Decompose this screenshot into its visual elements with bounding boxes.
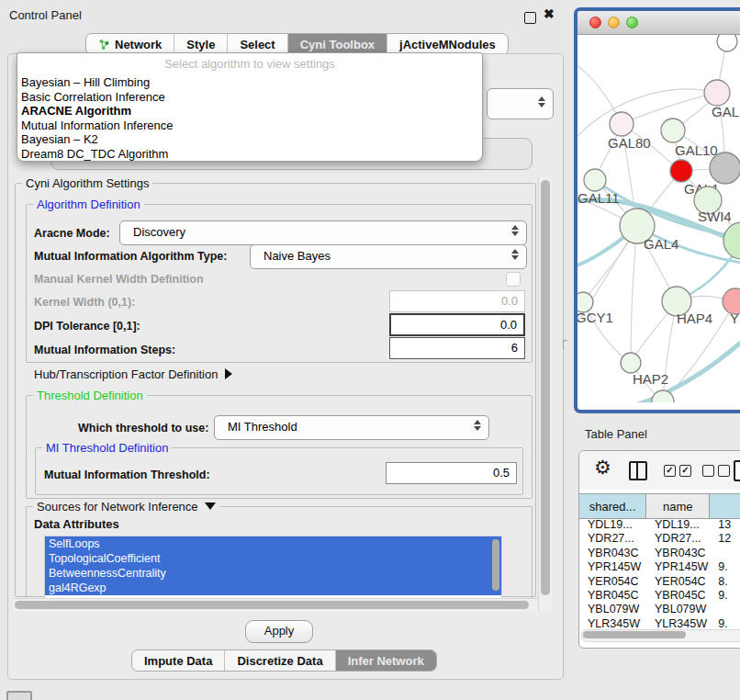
network-node-hap2[interactable] — [621, 353, 641, 373]
network-canvas[interactable]: GALGAL80GAL10GAL1GAL11SWI4GAL4GCY1HAP4YH… — [577, 35, 740, 402]
tab-network[interactable]: Network — [86, 34, 174, 54]
tab-discretize-data[interactable]: Discretize Data — [225, 650, 335, 671]
sources-title: Sources for Network Inference — [37, 500, 198, 514]
attribute-gal4rgexp[interactable]: gal4RGexp — [45, 581, 501, 595]
network-node-gal11[interactable] — [584, 169, 606, 191]
table-row[interactable]: YER054CYER054C8. — [579, 575, 740, 589]
kernel-width-field[interactable]: 0.0 — [389, 290, 525, 312]
settings-horizontal-scrollbar-thumb[interactable] — [15, 601, 529, 609]
tab-label: Impute Data — [144, 654, 212, 668]
aracne-mode-value: Discovery — [133, 225, 185, 239]
network-node-gal1[interactable] — [670, 160, 692, 182]
mi-threshold-field[interactable]: 0.5 — [386, 462, 517, 484]
table-row[interactable]: YDR27...YDR27...12 — [579, 532, 740, 546]
sources-title-row[interactable]: Sources for Network Inference — [33, 500, 219, 514]
table-cell: YER054C — [579, 575, 646, 589]
manual-kernel-width-checkbox[interactable] — [506, 272, 521, 287]
table-row[interactable]: YPR145WYPR145W9. — [579, 560, 740, 574]
network-node-gal10[interactable] — [661, 119, 685, 142]
attribute-topologicalcoefficient[interactable]: TopologicalCoefficient — [45, 551, 501, 566]
mac-close-icon[interactable] — [589, 17, 601, 28]
floating-panel-icon[interactable] — [6, 691, 32, 700]
close-panel-icon[interactable]: ✖ — [544, 6, 555, 21]
file-icon[interactable] — [734, 460, 740, 481]
panel-splitter-handle[interactable] — [563, 340, 567, 349]
bottom-tabbar: Impute DataDiscretize DataInfer Network — [131, 649, 437, 672]
node-label-y: Y — [730, 310, 739, 326]
attribute-betweennesscentrality[interactable]: BetweennessCentrality — [45, 566, 501, 581]
mi-algorithm-type-combo[interactable]: Naive Bayes — [250, 244, 527, 269]
network-node[interactable] — [710, 152, 740, 184]
attributes-scrollbar[interactable] — [491, 539, 500, 594]
mac-minimize-icon[interactable] — [608, 17, 620, 28]
network-window-titlebar[interactable] — [577, 11, 740, 35]
tab-style[interactable]: Style — [174, 34, 228, 54]
node-label-swi4: SWI4 — [698, 209, 732, 224]
apply-button[interactable]: Apply — [245, 620, 313, 643]
network-node[interactable] — [723, 222, 740, 259]
dpi-tolerance-field[interactable]: 0.0 — [389, 313, 525, 336]
table-body: YDL19...YDL19...13YDR27...YDR27...12YBR0… — [579, 518, 740, 627]
hub-definition-expander[interactable]: Hub/Transcription Factor Definition — [34, 367, 232, 381]
table-cell: 8. — [710, 575, 740, 589]
mi-algorithm-type-value: Naive Bayes — [263, 249, 331, 263]
select-all-checkbox-icon[interactable]: ✓ — [679, 465, 691, 477]
algorithm-option-aracne-algorithm[interactable]: ARACNE Algorithm — [20, 104, 479, 119]
tab-cyni-toolbox[interactable]: Cyni Toolbox — [288, 34, 387, 54]
hub-definition-label: Hub/Transcription Factor Definition — [34, 367, 218, 381]
table-row[interactable]: YLR345WYLR345W9. — [579, 617, 740, 627]
settings-horizontal-scrollbar[interactable] — [13, 598, 538, 612]
split-columns-icon[interactable] — [629, 461, 647, 480]
table-horizontal-scrollbar-thumb[interactable] — [583, 631, 686, 638]
algorithm-option-basic-correlation-inference[interactable]: Basic Correlation Inference — [20, 90, 479, 105]
tab-label: Select — [240, 38, 275, 51]
aracne-mode-combo[interactable]: Discovery — [119, 220, 527, 245]
mi-threshold-definition-title: MI Threshold Definition — [42, 441, 172, 455]
tab-label: jActiveMNodules — [399, 38, 496, 51]
float-window-icon[interactable] — [524, 12, 536, 24]
table-header-row: shared...name — [579, 493, 740, 519]
deselect-all-checkbox-icon[interactable] — [702, 465, 714, 477]
control-panel-titlebar[interactable]: Control Panel ✖ — [0, 0, 569, 29]
deselect-all-checkbox-icon[interactable] — [718, 465, 730, 477]
column-header-name[interactable]: name — [646, 494, 710, 518]
which-threshold-label: Which threshold to use: — [78, 422, 208, 435]
tab-jactivemnodules[interactable]: jActiveMNodules — [387, 34, 508, 54]
select-all-checkbox-icon[interactable]: ✓ — [664, 465, 676, 477]
mac-zoom-icon[interactable] — [626, 17, 638, 28]
network-node[interactable] — [717, 35, 737, 51]
algorithm-option-bayesian-k2[interactable]: Bayesian – K2 — [20, 132, 479, 147]
mi-steps-field[interactable]: 6 — [389, 337, 525, 359]
combo-arrows-icon — [538, 96, 545, 107]
table-panel-window: ⚙ ✓ ✓ shared...name YDL19...YDL19...13YD… — [578, 450, 740, 649]
table-row[interactable]: YBL079WYBL079W — [579, 603, 740, 616]
settings-vertical-scrollbar-thumb[interactable] — [541, 180, 550, 595]
expander-right-icon — [225, 368, 232, 379]
tab-infer-network[interactable]: Infer Network — [336, 650, 436, 671]
algorithm-option-dream8-dc-tdc-algorithm[interactable]: Dream8 DC_TDC Algorithm — [20, 147, 479, 162]
tab-label: Discretize Data — [237, 654, 322, 668]
table-cell — [710, 547, 740, 560]
table-row[interactable]: YBR045CYBR045C9. — [579, 589, 740, 603]
network-node-gal80[interactable] — [610, 112, 633, 136]
gear-icon[interactable]: ⚙ — [594, 457, 611, 479]
inference-algorithm-combo-fragment[interactable] — [487, 88, 554, 119]
tab-select[interactable]: Select — [228, 34, 287, 54]
algorithm-option-bayesian-hill-climbing[interactable]: Bayesian – Hill Climbing — [20, 75, 479, 90]
tab-impute-data[interactable]: Impute Data — [132, 650, 225, 671]
settings-vertical-scrollbar[interactable] — [538, 177, 553, 611]
attributes-scrollbar-thumb[interactable] — [492, 539, 499, 591]
network-node-gal[interactable] — [704, 80, 730, 106]
column-header-hidden[interactable] — [710, 494, 740, 518]
table-row[interactable]: YBR043CYBR043C — [579, 547, 740, 560]
node-label-gal: GAL — [712, 104, 739, 119]
table-horizontal-scrollbar[interactable] — [581, 629, 740, 642]
attribute-selfloops[interactable]: SelfLoops — [45, 536, 501, 551]
data-attributes-list[interactable]: SelfLoopsTopologicalCoefficientBetweenne… — [44, 536, 502, 600]
column-header-shared[interactable]: shared... — [579, 494, 646, 518]
cyni-algorithm-settings-title: Cyni Algorithm Settings — [22, 176, 152, 190]
table-row[interactable]: YDL19...YDL19...13 — [579, 518, 740, 532]
which-threshold-combo[interactable]: MI Threshold — [214, 415, 489, 440]
network-view-window[interactable]: GALGAL80GAL10GAL1GAL11SWI4GAL4GCY1HAP4YH… — [574, 7, 740, 413]
algorithm-option-mutual-information-inference[interactable]: Mutual Information Inference — [20, 119, 479, 133]
